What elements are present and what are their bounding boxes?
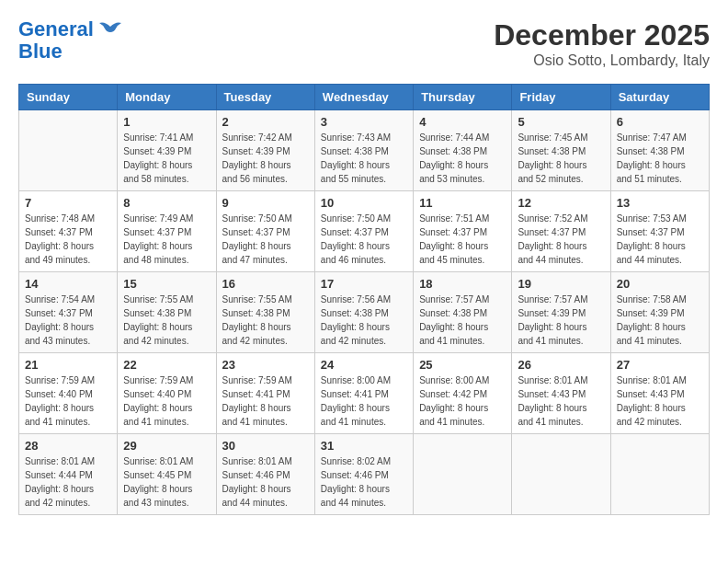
calendar-cell: 13Sunrise: 7:53 AMSunset: 4:37 PMDayligh…: [610, 191, 709, 272]
day-number: 18: [419, 277, 506, 291]
day-info: Sunrise: 8:01 AMSunset: 4:43 PMDaylight:…: [617, 373, 703, 429]
calendar-cell: 18Sunrise: 7:57 AMSunset: 4:38 PMDayligh…: [414, 272, 512, 353]
calendar-cell: 8Sunrise: 7:49 AMSunset: 4:37 PMDaylight…: [118, 191, 216, 272]
day-info: Sunrise: 7:45 AMSunset: 4:38 PMDaylight:…: [518, 131, 604, 186]
day-info: Sunrise: 7:58 AMSunset: 4:39 PMDaylight:…: [617, 293, 703, 348]
calendar-cell: 14Sunrise: 7:54 AMSunset: 4:37 PMDayligh…: [19, 272, 118, 353]
day-number: 28: [25, 439, 111, 453]
day-number: 30: [222, 439, 309, 453]
calendar-cell: 3Sunrise: 7:43 AMSunset: 4:38 PMDaylight…: [314, 110, 413, 191]
day-info: Sunrise: 7:57 AMSunset: 4:38 PMDaylight:…: [419, 293, 506, 348]
day-info: Sunrise: 7:55 AMSunset: 4:38 PMDaylight:…: [123, 293, 210, 348]
calendar-cell: 25Sunrise: 8:00 AMSunset: 4:42 PMDayligh…: [414, 353, 512, 434]
calendar-cell: [19, 110, 118, 191]
day-of-week-header: Friday: [512, 85, 610, 110]
logo-bird-icon: [97, 19, 123, 45]
calendar-cell: 9Sunrise: 7:50 AMSunset: 4:37 PMDaylight…: [216, 191, 314, 272]
calendar-cell: 7Sunrise: 7:48 AMSunset: 4:37 PMDaylight…: [19, 191, 118, 272]
day-number: 27: [617, 358, 703, 372]
day-info: Sunrise: 7:44 AMSunset: 4:38 PMDaylight:…: [419, 131, 506, 186]
day-number: 19: [518, 277, 604, 291]
day-number: 25: [419, 358, 506, 372]
day-of-week-header: Saturday: [610, 85, 709, 110]
day-number: 10: [321, 196, 407, 210]
day-number: 2: [222, 115, 309, 129]
day-number: 1: [123, 115, 210, 129]
calendar-cell: 24Sunrise: 8:00 AMSunset: 4:41 PMDayligh…: [314, 353, 413, 434]
day-info: Sunrise: 8:00 AMSunset: 4:41 PMDaylight:…: [321, 373, 407, 429]
day-info: Sunrise: 7:50 AMSunset: 4:37 PMDaylight:…: [222, 212, 309, 267]
day-number: 3: [321, 115, 407, 129]
calendar-cell: 12Sunrise: 7:52 AMSunset: 4:37 PMDayligh…: [512, 191, 610, 272]
calendar-cell: 4Sunrise: 7:44 AMSunset: 4:38 PMDaylight…: [414, 110, 512, 191]
calendar-header: SundayMondayTuesdayWednesdayThursdayFrid…: [19, 85, 710, 110]
day-info: Sunrise: 7:57 AMSunset: 4:39 PMDaylight:…: [518, 293, 604, 348]
day-number: 9: [222, 196, 309, 210]
calendar-week-row: 1Sunrise: 7:41 AMSunset: 4:39 PMDaylight…: [19, 110, 710, 191]
day-info: Sunrise: 7:59 AMSunset: 4:41 PMDaylight:…: [222, 373, 309, 429]
day-number: 14: [25, 277, 111, 291]
day-info: Sunrise: 7:56 AMSunset: 4:38 PMDaylight:…: [321, 293, 407, 348]
day-info: Sunrise: 7:54 AMSunset: 4:37 PMDaylight:…: [25, 293, 111, 348]
day-number: 5: [518, 115, 604, 129]
calendar-cell: 11Sunrise: 7:51 AMSunset: 4:37 PMDayligh…: [414, 191, 512, 272]
day-info: Sunrise: 7:53 AMSunset: 4:37 PMDaylight:…: [617, 212, 703, 267]
calendar-cell: 6Sunrise: 7:47 AMSunset: 4:38 PMDaylight…: [610, 110, 709, 191]
day-of-week-header: Monday: [118, 85, 216, 110]
day-number: 13: [617, 196, 703, 210]
day-info: Sunrise: 7:43 AMSunset: 4:38 PMDaylight:…: [321, 131, 407, 186]
calendar-cell: 22Sunrise: 7:59 AMSunset: 4:40 PMDayligh…: [118, 353, 216, 434]
day-number: 31: [321, 439, 407, 453]
day-info: Sunrise: 7:59 AMSunset: 4:40 PMDaylight:…: [25, 373, 111, 429]
day-number: 8: [123, 196, 210, 210]
day-info: Sunrise: 7:51 AMSunset: 4:37 PMDaylight:…: [419, 212, 506, 267]
day-number: 24: [321, 358, 407, 372]
page-header: GeneralBlue December 2025 Osio Sotto, Lo…: [18, 18, 710, 69]
day-info: Sunrise: 7:52 AMSunset: 4:37 PMDaylight:…: [518, 212, 604, 267]
day-info: Sunrise: 8:01 AMSunset: 4:46 PMDaylight:…: [222, 454, 309, 510]
page-subtitle: Osio Sotto, Lombardy, Italy: [494, 52, 710, 69]
logo: GeneralBlue: [18, 18, 123, 63]
day-number: 11: [419, 196, 506, 210]
page-title: December 2025: [494, 18, 710, 52]
day-info: Sunrise: 7:55 AMSunset: 4:38 PMDaylight:…: [222, 293, 309, 348]
day-info: Sunrise: 8:02 AMSunset: 4:46 PMDaylight:…: [321, 454, 407, 510]
calendar-cell: 19Sunrise: 7:57 AMSunset: 4:39 PMDayligh…: [512, 272, 610, 353]
calendar-cell: 20Sunrise: 7:58 AMSunset: 4:39 PMDayligh…: [610, 272, 709, 353]
day-number: 26: [518, 358, 604, 372]
calendar-cell: 28Sunrise: 8:01 AMSunset: 4:44 PMDayligh…: [19, 434, 118, 515]
calendar-body: 1Sunrise: 7:41 AMSunset: 4:39 PMDaylight…: [19, 110, 710, 515]
calendar-cell: 26Sunrise: 8:01 AMSunset: 4:43 PMDayligh…: [512, 353, 610, 434]
calendar-cell: 10Sunrise: 7:50 AMSunset: 4:37 PMDayligh…: [314, 191, 413, 272]
calendar-cell: 31Sunrise: 8:02 AMSunset: 4:46 PMDayligh…: [314, 434, 413, 515]
day-number: 21: [25, 358, 111, 372]
day-info: Sunrise: 7:50 AMSunset: 4:37 PMDaylight:…: [321, 212, 407, 267]
calendar-cell: 5Sunrise: 7:45 AMSunset: 4:38 PMDaylight…: [512, 110, 610, 191]
day-number: 4: [419, 115, 506, 129]
calendar-week-row: 7Sunrise: 7:48 AMSunset: 4:37 PMDaylight…: [19, 191, 710, 272]
calendar-week-row: 14Sunrise: 7:54 AMSunset: 4:37 PMDayligh…: [19, 272, 710, 353]
day-info: Sunrise: 7:59 AMSunset: 4:40 PMDaylight:…: [123, 373, 210, 429]
day-number: 7: [25, 196, 111, 210]
day-info: Sunrise: 8:01 AMSunset: 4:43 PMDaylight:…: [518, 373, 604, 429]
day-number: 15: [123, 277, 210, 291]
day-number: 23: [222, 358, 309, 372]
day-number: 22: [123, 358, 210, 372]
day-number: 12: [518, 196, 604, 210]
calendar-cell: 21Sunrise: 7:59 AMSunset: 4:40 PMDayligh…: [19, 353, 118, 434]
day-number: 6: [617, 115, 703, 129]
calendar-cell: 27Sunrise: 8:01 AMSunset: 4:43 PMDayligh…: [610, 353, 709, 434]
day-info: Sunrise: 7:42 AMSunset: 4:39 PMDaylight:…: [222, 131, 309, 186]
calendar-cell: [610, 434, 709, 515]
day-of-week-header: Sunday: [19, 85, 118, 110]
calendar-week-row: 28Sunrise: 8:01 AMSunset: 4:44 PMDayligh…: [19, 434, 710, 515]
day-info: Sunrise: 8:00 AMSunset: 4:42 PMDaylight:…: [419, 373, 506, 429]
day-number: 29: [123, 439, 210, 453]
calendar-week-row: 21Sunrise: 7:59 AMSunset: 4:40 PMDayligh…: [19, 353, 710, 434]
calendar-cell: 29Sunrise: 8:01 AMSunset: 4:45 PMDayligh…: [118, 434, 216, 515]
day-info: Sunrise: 7:47 AMSunset: 4:38 PMDaylight:…: [617, 131, 703, 186]
calendar-cell: 30Sunrise: 8:01 AMSunset: 4:46 PMDayligh…: [216, 434, 314, 515]
day-number: 17: [321, 277, 407, 291]
calendar-cell: 16Sunrise: 7:55 AMSunset: 4:38 PMDayligh…: [216, 272, 314, 353]
header-row: SundayMondayTuesdayWednesdayThursdayFrid…: [19, 85, 710, 110]
